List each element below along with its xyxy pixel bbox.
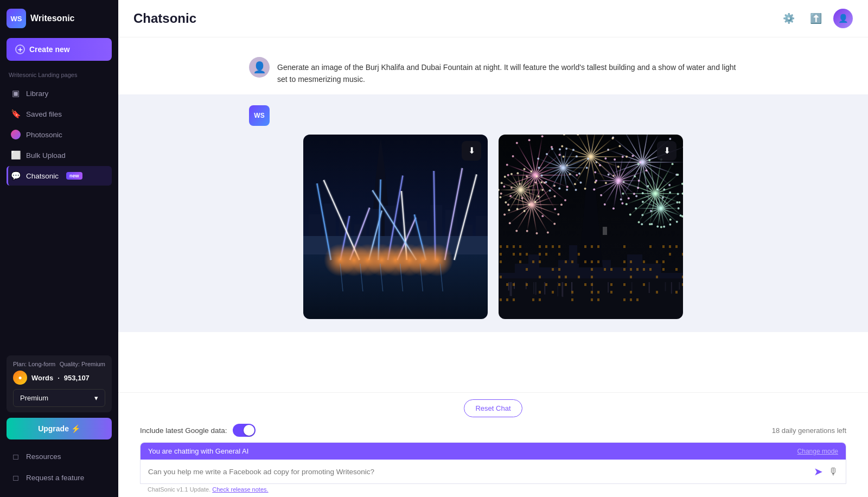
sidebar-bottom: Plan: Long-form Quality: Premium ● Words… [7, 355, 112, 488]
bulk-upload-icon: ⬜ [11, 150, 21, 160]
premium-label: Premium [20, 394, 48, 402]
sidebar-logo-text: Writesonic [30, 14, 75, 23]
sidebar-item-request-feature[interactable]: □ Request a feature [7, 468, 112, 487]
bottom-area: Reset Chat Include latest Google data: 1… [118, 392, 868, 497]
chat-input-container: You are chatting with General AI Change … [140, 442, 846, 484]
upload-button[interactable]: ⬆️ [806, 9, 826, 28]
words-row: ● Words · 953,107 [13, 371, 105, 385]
page-title: Chatsonic [133, 11, 196, 26]
change-mode-link[interactable]: Change mode [797, 448, 838, 455]
upload-icon: ⬆️ [810, 12, 822, 24]
sidebar-item-saved-files[interactable]: 🔖 Saved files [7, 104, 112, 124]
release-notes-link[interactable]: Check release notes. [212, 486, 268, 493]
words-icon: ● [13, 371, 27, 385]
user-message-text: Generate an image of the Burj Khalifa an… [277, 57, 737, 86]
ai-header: WS [249, 105, 737, 126]
sidebar-section-label: Writesonic Landing pages [7, 72, 112, 78]
sidebar-item-label: Saved files [26, 110, 62, 118]
send-icon: ➤ [814, 465, 823, 478]
upgrade-button[interactable]: Upgrade ⚡ [7, 418, 112, 439]
sidebar-logo: WS Writesonic [7, 9, 112, 28]
words-label: Words [31, 374, 53, 382]
writesonic-logo-icon: WS [7, 9, 26, 28]
quality-label: Quality: Premium [60, 361, 105, 367]
images-grid: ⬇ ⬇ [249, 135, 737, 319]
topbar-icons: ⚙️ ⬆️ 👤 [779, 9, 853, 28]
saved-files-icon: 🔖 [11, 109, 21, 119]
settings-icon: ⚙️ [783, 12, 795, 24]
chat-mode-label: You are chatting with General AI [148, 447, 248, 455]
mic-icon: 🎙 [828, 466, 838, 477]
sidebar-item-label: Request a feature [26, 474, 84, 482]
ai-response-inner: WS ⬇ ⬇ [249, 105, 737, 319]
user-message: 👤 Generate an image of the Burj Khalifa … [249, 48, 737, 94]
settings-button[interactable]: ⚙️ [779, 9, 799, 28]
chat-input-row: ➤ 🎙 [141, 460, 846, 483]
premium-dropdown-button[interactable]: Premium ▾ [13, 389, 105, 407]
chevron-down-icon: ▾ [94, 394, 98, 402]
send-button[interactable]: ➤ [814, 465, 823, 478]
plan-row: Plan: Long-form Quality: Premium [13, 361, 105, 367]
topbar: Chatsonic ⚙️ ⬆️ 👤 [118, 0, 868, 37]
google-toggle-label: Include latest Google data: [140, 424, 256, 437]
sidebar-item-library[interactable]: ▣ Library [7, 84, 112, 103]
generated-image-2: ⬇ [499, 135, 683, 319]
create-new-button[interactable]: ＋ Create new [7, 38, 112, 61]
request-feature-icon: □ [11, 473, 21, 482]
library-icon: ▣ [11, 88, 21, 98]
chatsonic-icon: 💬 [11, 171, 21, 181]
sidebar-item-resources[interactable]: □ Resources [7, 447, 112, 466]
sidebar-item-chatsonic[interactable]: 💬 Chatsonic new [7, 166, 112, 186]
daily-generations-label: 18 daily generations left [772, 426, 846, 435]
toggle-label-text: Include latest Google data: [140, 426, 227, 435]
plan-label: Plan: Long-form [13, 361, 55, 367]
google-toggle-row: Include latest Google data: 18 daily gen… [140, 424, 846, 437]
download-image-1-button[interactable]: ⬇ [462, 141, 481, 161]
sidebar-item-label: Resources [26, 453, 61, 461]
download-icon: ⬇ [663, 145, 671, 156]
sidebar: WS Writesonic ＋ Create new Writesonic La… [0, 0, 118, 497]
footer-note-text: ChatSonic v1.1 Update. [148, 486, 210, 493]
download-image-2-button[interactable]: ⬇ [657, 141, 676, 161]
sidebar-item-label: Photosonic [26, 131, 62, 139]
resources-icon: □ [11, 452, 21, 461]
generated-image-1: ⬇ [303, 135, 488, 319]
words-count: 953,107 [64, 374, 90, 382]
photosonic-icon [11, 130, 21, 139]
sidebar-item-photosonic[interactable]: Photosonic [7, 125, 112, 144]
avatar-icon: 👤 [838, 14, 848, 23]
upgrade-label: Upgrade ⚡ [38, 424, 80, 433]
plus-circle-icon: ＋ [15, 44, 25, 54]
chat-area[interactable]: 👤 Generate an image of the Burj Khalifa … [118, 37, 868, 392]
ai-response: WS ⬇ ⬇ [118, 94, 868, 332]
reset-chat-row: Reset Chat [140, 399, 846, 417]
chat-mode-bar: You are chatting with General AI Change … [141, 443, 846, 460]
sidebar-item-label: Library [26, 90, 48, 98]
sidebar-item-label: Chatsonic [26, 172, 59, 180]
words-separator: · [58, 374, 60, 382]
plan-info: Plan: Long-form Quality: Premium ● Words… [7, 355, 112, 412]
main-content: Chatsonic ⚙️ ⬆️ 👤 👤 Generate an image of… [118, 0, 868, 497]
sidebar-item-label: Bulk Upload [26, 151, 66, 160]
chat-input[interactable] [148, 468, 808, 476]
chat-footer-note: ChatSonic v1.1 Update. Check release not… [140, 484, 846, 497]
reset-chat-button[interactable]: Reset Chat [464, 399, 522, 417]
user-avatar: 👤 [249, 57, 270, 78]
download-icon: ⬇ [468, 145, 475, 156]
toggle-thumb [244, 425, 254, 436]
mic-button[interactable]: 🎙 [828, 466, 838, 477]
sidebar-footer: □ Resources □ Request a feature [7, 447, 112, 488]
create-new-label: Create new [29, 45, 70, 54]
sidebar-item-bulk-upload[interactable]: ⬜ Bulk Upload [7, 145, 112, 165]
avatar[interactable]: 👤 [833, 9, 853, 28]
new-badge: new [66, 172, 82, 180]
google-toggle-switch[interactable] [233, 424, 256, 437]
ws-logo-icon: WS [249, 105, 270, 126]
